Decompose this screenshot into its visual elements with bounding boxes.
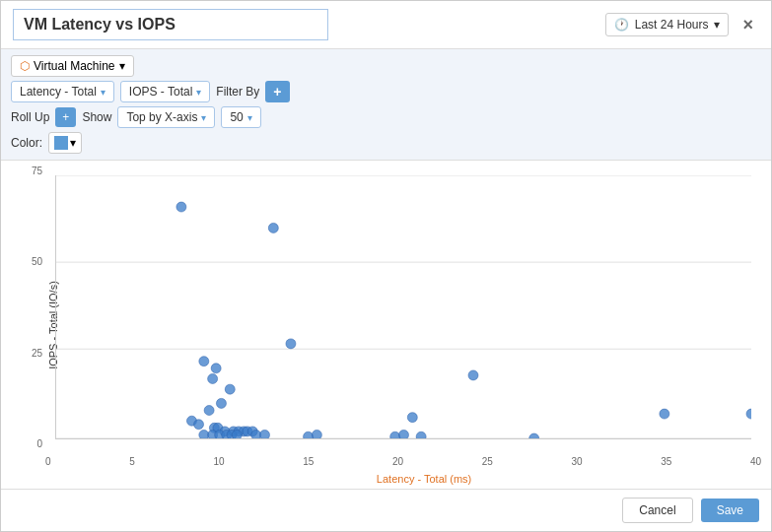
svg-point-31	[304, 432, 314, 438]
svg-point-37	[468, 370, 478, 380]
iops-dropdown[interactable]: IOPS - Total ▾	[120, 81, 210, 102]
color-swatch	[54, 136, 68, 150]
iops-caret: ▾	[196, 87, 201, 98]
svg-point-12	[204, 406, 214, 416]
svg-point-39	[660, 409, 669, 419]
toolbar-row-3: Roll Up + Show Top by X-axis ▾ 50 ▾	[11, 106, 761, 128]
top-by-dropdown[interactable]: Top by X-axis ▾	[117, 106, 215, 128]
color-label: Color:	[11, 136, 42, 150]
toolbar-row-4: Color: ▾	[11, 132, 761, 154]
x-label-5: 5	[129, 456, 135, 467]
latency-caret: ▾	[101, 87, 105, 98]
x-label-25: 25	[482, 456, 493, 467]
svg-point-40	[746, 409, 751, 419]
time-selector-label: Last 24 Hours	[635, 18, 709, 32]
svg-point-23	[199, 430, 209, 438]
svg-point-29	[251, 430, 261, 438]
y-label-0: 0	[36, 438, 42, 449]
show-label: Show	[82, 110, 111, 124]
top-by-label: Top by X-axis	[126, 110, 197, 124]
svg-point-4	[176, 202, 186, 212]
modal-container: VM Latency vs IOPS 🕐 Last 24 Hours ▾ × ⬡…	[0, 0, 772, 532]
svg-point-7	[199, 357, 209, 366]
roll-up-label: Roll Up	[11, 110, 49, 124]
svg-point-9	[208, 373, 218, 383]
chart-container: 75 50 25 0 IOPS - Total (IO/s) 0 5 10 15…	[1, 161, 771, 489]
x-label-35: 35	[661, 456, 671, 467]
time-selector[interactable]: 🕐 Last 24 Hours ▾	[605, 13, 730, 36]
x-axis-title: Latency - Total (ms)	[377, 473, 471, 485]
y-label-25: 25	[32, 348, 42, 359]
svg-point-28	[232, 430, 242, 438]
close-button[interactable]: ×	[737, 13, 759, 37]
modal-title: VM Latency vs IOPS	[13, 9, 328, 40]
svg-point-34	[399, 430, 409, 438]
x-axis-labels: 0 5 10 15 20 25 30 35 40	[45, 456, 761, 467]
chart-area	[55, 175, 751, 439]
top-by-caret: ▾	[201, 112, 206, 123]
svg-point-10	[225, 384, 235, 394]
filter-label: Filter By	[216, 85, 259, 99]
roll-up-button[interactable]: +	[55, 107, 76, 127]
toolbar: ⬡ Virtual Machine ▾ Latency - Total ▾ IO…	[1, 49, 771, 161]
svg-point-36	[416, 432, 426, 438]
top-count-dropdown[interactable]: 50 ▾	[221, 106, 260, 128]
top-count-caret: ▾	[247, 112, 252, 123]
svg-point-38	[529, 433, 539, 438]
time-selector-caret: ▾	[714, 18, 720, 32]
x-label-10: 10	[213, 456, 224, 467]
toolbar-row-1: ⬡ Virtual Machine ▾	[11, 55, 761, 77]
top-count-label: 50	[230, 110, 243, 124]
svg-point-11	[216, 398, 226, 408]
header-right: 🕐 Last 24 Hours ▾ ×	[605, 13, 759, 37]
svg-point-5	[268, 223, 278, 233]
vm-selector-label: Virtual Machine	[34, 59, 115, 73]
x-label-40: 40	[750, 456, 761, 467]
latency-label: Latency - Total	[20, 85, 97, 99]
cancel-button[interactable]: Cancel	[622, 498, 692, 523]
x-label-30: 30	[571, 456, 582, 467]
svg-point-32	[312, 430, 321, 438]
svg-point-14	[194, 420, 204, 430]
svg-point-35	[407, 413, 417, 423]
vm-caret: ▾	[119, 59, 125, 73]
color-swatch-button[interactable]: ▾	[48, 132, 82, 154]
svg-point-8	[211, 364, 221, 373]
iops-label: IOPS - Total	[129, 85, 192, 99]
filter-add-button[interactable]: +	[265, 81, 289, 102]
x-label-15: 15	[303, 456, 314, 467]
toolbar-row-2: Latency - Total ▾ IOPS - Total ▾ Filter …	[11, 81, 761, 102]
y-label-75: 75	[32, 166, 42, 176]
svg-point-6	[286, 339, 296, 349]
modal-footer: Cancel Save	[1, 489, 771, 531]
svg-point-30	[260, 430, 270, 438]
x-label-20: 20	[392, 456, 403, 467]
latency-dropdown[interactable]: Latency - Total ▾	[11, 81, 114, 102]
color-caret: ▾	[70, 136, 76, 150]
save-button[interactable]: Save	[701, 499, 759, 522]
modal-header: VM Latency vs IOPS 🕐 Last 24 Hours ▾ ×	[1, 1, 771, 49]
clock-icon: 🕐	[614, 18, 629, 32]
chart-svg	[56, 175, 751, 438]
svg-point-33	[390, 432, 400, 438]
vm-icon: ⬡	[20, 59, 30, 73]
x-label-0: 0	[45, 456, 51, 467]
y-label-50: 50	[32, 256, 42, 267]
vm-selector[interactable]: ⬡ Virtual Machine ▾	[11, 55, 134, 77]
y-axis-labels: 75 50 25 0	[1, 166, 42, 449]
